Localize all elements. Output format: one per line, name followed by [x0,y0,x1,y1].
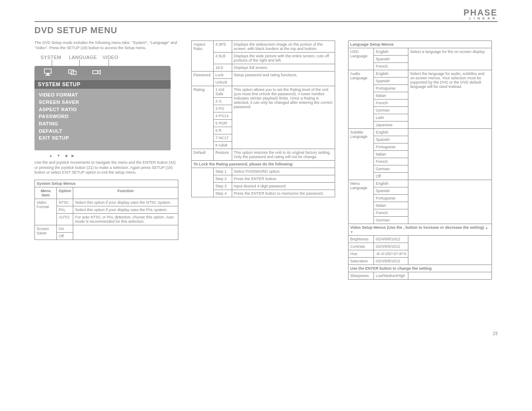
cell: Low/Medium/High [374,272,408,280]
page-number: 23 [34,331,498,336]
cell: English [374,48,408,56]
up-arrow-icon: ▲ [485,226,488,229]
cell: Saturation [348,258,374,265]
cell: Italian [374,92,408,100]
cell: For auto NTSC or PAL detection, choose t… [73,214,178,225]
cell: This option restores the unit to its ori… [232,149,335,161]
cell: Press the ENTER button. [232,175,335,183]
cell: 0/2/4/6/8/10/12 [374,236,408,243]
cell: Latin [374,114,408,121]
cell: Select a language for the on-screen disp… [408,48,492,70]
cell: Video Format [35,199,57,225]
cell: French [374,63,408,70]
cell: 1 Kid Safe [213,86,232,98]
cell: Portuguese [374,85,408,92]
cell [192,168,214,197]
cell: 4:3PS [213,41,232,53]
down-arrow-icon: ▼ [350,230,353,234]
system-table-part1: System Setup Menus Menu Item Option Func… [34,180,178,240]
cell: Displays full screen. [232,64,335,72]
logo-top: PHASE [464,9,498,16]
cell: Step 4 [213,190,232,197]
cell: French [374,100,408,107]
cell [408,180,492,224]
system-section-header: System Setup Menus [35,180,178,187]
cell: 8 Adult [213,142,232,149]
cell: Sharpness [348,272,374,280]
osd-screenshot: SYSTEM SETUP VIDEO FORMAT SCREEN SAVER A… [34,66,171,150]
cell: Setup password and rating functions. [232,72,335,86]
cell: Default [192,149,214,161]
osd-item: SCREEN SAVER [39,99,166,106]
cell: Input desired 4-digit password. [232,183,335,190]
cell: Step 1 [213,168,232,175]
svg-rect-0 [44,69,51,73]
th-option: Option [57,187,73,199]
language-icon [68,68,78,78]
cell: Displays the widescreen image on the por… [232,41,335,53]
cell: Japanese [374,121,408,129]
cell: Brightness [348,236,374,243]
right-arrow-icon: ▶ [72,154,74,158]
cell: Lock [213,72,232,79]
cell: French [374,158,408,165]
cell [73,225,178,240]
cell: English [374,70,408,78]
cell: Select the language for audio, subtitles… [408,70,492,129]
sharp-section-header: Use the ENTER button to change the setti… [348,265,492,272]
cell: NTSC [57,199,73,206]
osd-item: PASSWORD [39,113,166,120]
osd-item: ASPECT RATIO [39,106,166,113]
cell: 0/2/4/6/8/10/12 [374,258,408,265]
pass-section-header: To Lock the Rating password, please do t… [192,161,335,168]
cell: Password [192,72,214,86]
language-video-table: Language Setup Menus OSD LanguageEnglish… [348,40,492,280]
down-arrow-icon: ▼ [57,154,60,158]
cell: Contrast [348,243,374,250]
cell [408,272,492,280]
osd-item: RATING [39,120,166,128]
cell: German [374,107,408,114]
cell: Italian [374,151,408,158]
cell: Spanish [374,187,408,195]
osd-item: EXIT SETUP [39,134,166,142]
cell: Spanish [374,78,408,85]
cell: 3 PG [213,105,232,112]
cell: 7 NC17 [213,134,232,142]
cell: 16:9 [213,64,232,72]
cell: Hue [348,250,374,258]
video-section-header: Video Setup Menus (Use the , button to i… [348,224,492,236]
cell: This option allows you to set the Rating… [232,86,335,149]
page-title: DVD SETUP MENU [34,25,498,35]
cell: Press the ENTER button to memorize the p… [232,190,335,197]
cell: Select PASSWORD option. [232,168,335,175]
cell: Portuguese [374,143,408,151]
cell: Screen Saver [35,225,57,240]
th-function: Function [73,187,178,199]
cell: OSD Language [348,48,374,70]
cell: Spanish [374,56,408,63]
cell: German [374,165,408,173]
cell: Italian [374,202,408,209]
cell: Rating [192,86,214,149]
monitor-icon [44,68,53,78]
svg-rect-2 [45,75,50,76]
intro-text: The DVD Setup mode includes the followin… [34,40,178,50]
cell: Spanish [374,136,408,143]
cell: 5 PGR [213,120,232,127]
osd-item: DEFAULT [39,128,166,135]
lang-section-header: Language Setup Menus [348,41,492,48]
cell: English [374,180,408,187]
cell: 4 PG13 [213,112,232,120]
instr-text: Use the and joystick movements to naviga… [34,160,178,175]
cell: 4:3LB [213,53,232,64]
cell: 2 G [213,98,232,105]
cell: Select this option if your display uses … [73,199,178,206]
brand-logo: PHASE LINEAR [464,9,498,20]
svg-rect-5 [93,71,98,74]
cell: Portuguese [374,195,408,202]
svg-rect-1 [47,74,49,75]
cell: French [374,209,408,217]
cell: On [57,225,73,233]
cell: AUTO [57,214,73,225]
